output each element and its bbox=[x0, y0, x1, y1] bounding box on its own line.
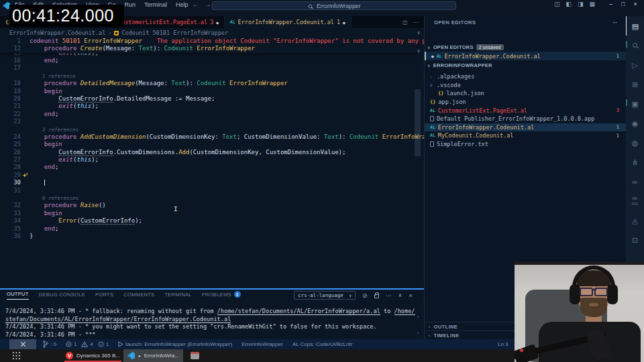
code-editor[interactable]: 1codeunit 50101 ErrorInfoWrapper The app… bbox=[0, 38, 424, 288]
back-arrow-icon[interactable]: ← bbox=[193, 1, 199, 8]
code-line[interactable]: 32 procedure Raise() bbox=[0, 202, 416, 209]
tree-item-errorinfowrapper-codeunit-al[interactable]: ALErrorInfoWrapper.Codeunit.al1 bbox=[425, 123, 626, 132]
minimize-button[interactable]: – bbox=[609, 1, 612, 7]
split-editor-icon[interactable]: ◫ bbox=[402, 19, 408, 25]
customize-layout-icon[interactable]: ▦ bbox=[590, 1, 596, 7]
more-actions-icon[interactable]: ⋯ bbox=[612, 19, 618, 25]
chevron-down-icon[interactable]: ∨ bbox=[417, 30, 420, 36]
menu-run[interactable]: Run bbox=[124, 0, 136, 11]
code-line[interactable]: 21 exit(this); bbox=[0, 103, 416, 110]
branch-status[interactable]: : 0 bbox=[43, 341, 56, 348]
fke-extension-icon[interactable]: ∞FKE bbox=[626, 191, 644, 210]
code-line[interactable]: 25 begin bbox=[0, 141, 416, 148]
test-explorer-icon[interactable]: ◬ bbox=[626, 210, 644, 230]
remote-indicator[interactable] bbox=[9, 339, 36, 349]
code-line[interactable]: 26 CustomErrorInfo.CustomDimensions.Add(… bbox=[0, 149, 416, 156]
taskbar-item-file-manager[interactable] bbox=[186, 349, 203, 362]
breadcrumb[interactable]: ErrorInfoWrapper.Codeunit.al › Codeunit … bbox=[0, 28, 424, 38]
code-line[interactable]: 33 begin bbox=[0, 210, 416, 217]
more-actions-icon[interactable]: ⋯ bbox=[386, 292, 392, 299]
tree-item-default-publisher-errorinfowrapper-1-0-0-0-app[interactable]: Default Publisher_ErrorInfoWrapper_1.0.0… bbox=[425, 115, 626, 123]
tree-item--vscode[interactable]: ∨.vscode bbox=[425, 81, 626, 90]
more-actions-icon[interactable]: ⋯ bbox=[413, 19, 419, 25]
menu-help[interactable]: Help bbox=[176, 0, 189, 11]
command-center-search[interactable]: ErrorInfoWrapper bbox=[212, 1, 456, 10]
output-channel-dropdown[interactable]: crs-al-language ∨ bbox=[294, 291, 356, 300]
code-line[interactable]: 18 procedure DetailedMessage(Message: Te… bbox=[0, 80, 416, 87]
maximize-button[interactable]: □ bbox=[621, 1, 625, 7]
explorer-icon[interactable]: ▤ bbox=[626, 16, 644, 36]
tree-item-mycodeunit-codeunit-al[interactable]: ALMyCodeunit.Codeunit.al1 bbox=[425, 131, 626, 140]
code-line[interactable]: 36} bbox=[0, 233, 416, 240]
code-line[interactable]: 1codeunit 50101 ErrorInfoWrapper The app… bbox=[0, 38, 416, 45]
panel-tab-terminal[interactable]: TERMINAL bbox=[164, 291, 191, 300]
tree-item-simpleerror-txt[interactable]: SimpleError.txt bbox=[425, 140, 626, 149]
code-line[interactable]: 34 Error(CustomErrorInfo); bbox=[0, 217, 416, 225]
panel-tab-problems[interactable]: PROBLEMS6 bbox=[202, 291, 241, 300]
app-launcher-icon[interactable] bbox=[12, 351, 21, 360]
file-path-link[interactable]: /home/ bbox=[394, 308, 415, 315]
code-line[interactable]: 19 begin bbox=[0, 88, 416, 95]
tree-item-customerlistext-pageext-al[interactable]: ALCustomerListExt.PageExt.al3 bbox=[425, 106, 626, 115]
panel-tab-ports[interactable]: PORTS bbox=[95, 291, 113, 300]
forward-arrow-icon[interactable]: → bbox=[205, 1, 211, 8]
problems-status[interactable]: 1 4 1 bbox=[66, 341, 109, 347]
tree-item--alpackages[interactable]: ›.alpackages bbox=[425, 72, 626, 81]
source-control-graph-icon[interactable]: ⋔ bbox=[626, 152, 644, 172]
close-panel-icon[interactable]: × bbox=[409, 292, 412, 299]
lock-scroll-icon[interactable] bbox=[374, 294, 379, 298]
breadcrumb-symbol[interactable]: Codeunit 50101 ErrorInfoWrapper bbox=[121, 29, 228, 36]
panel-tab-output[interactable]: OUTPUT bbox=[7, 291, 29, 300]
clear-output-icon[interactable]: ⊘ bbox=[362, 292, 368, 299]
remote-explorer-icon[interactable]: ▣ bbox=[626, 94, 644, 113]
code-line[interactable]: 29+⁺ bbox=[0, 172, 416, 179]
codelens-references[interactable]: 2 references bbox=[0, 126, 416, 133]
chat-icon[interactable]: ◍ bbox=[626, 133, 644, 152]
panel-tab-debug-console[interactable]: DEBUG CONSOLE bbox=[39, 291, 85, 300]
code-line[interactable]: 30 bbox=[0, 179, 416, 186]
breadcrumb-file[interactable]: ErrorInfoWrapper.Codeunit.al bbox=[9, 29, 105, 36]
sticky-chevron-down-icon[interactable]: ∨ bbox=[417, 48, 420, 54]
open-editors-header[interactable]: ∨ OPEN EDITORS 2 unsaved bbox=[425, 43, 626, 52]
launch-config[interactable]: launch: ErrorInfoWrapper (ErrorInfoWrapp… bbox=[118, 341, 232, 347]
code-line[interactable]: 23 bbox=[0, 118, 416, 125]
code-line[interactable]: 17 bbox=[0, 64, 416, 72]
toggle-sidebar-right-icon[interactable]: ◨ bbox=[578, 1, 584, 7]
toggle-panel-bottom-icon[interactable]: ◧ bbox=[566, 1, 572, 7]
workspace-header[interactable]: ∨ ERRORINFOWRAPPER bbox=[425, 61, 626, 70]
codelens-references[interactable]: 0 references bbox=[0, 194, 416, 202]
toggle-panel-left-icon[interactable]: ◫ bbox=[554, 1, 560, 7]
panel-tab-comments[interactable]: COMMENTS bbox=[123, 291, 154, 300]
close-button[interactable]: × bbox=[633, 1, 637, 7]
cursor-position[interactable]: Ln 3 bbox=[498, 339, 508, 349]
code-line[interactable]: 20 CustomErrorInfo.DetailedMessage := Me… bbox=[0, 95, 416, 103]
tree-item-launch-json[interactable]: {}launch.json bbox=[425, 89, 626, 98]
maximize-panel-icon[interactable]: ∧ bbox=[398, 292, 402, 298]
extensions-icon[interactable]: ⊞ bbox=[626, 74, 644, 94]
code-line[interactable]: 22 end; bbox=[0, 111, 416, 118]
github-icon[interactable]: ◉ bbox=[626, 113, 644, 133]
workspace-status[interactable]: ErrorInfoWrapper bbox=[241, 341, 283, 347]
code-line[interactable]: 31 bbox=[0, 187, 416, 194]
file-path-link[interactable]: stefan/Documents/AL/ErrorInfoWrapper/Err… bbox=[5, 316, 231, 323]
code-line[interactable]: 28 end; bbox=[0, 164, 416, 171]
taskbar-item-vivaldi[interactable]: V Dynamics 365 B... bbox=[62, 349, 124, 362]
code-line[interactable]: 27 exit(this); bbox=[0, 156, 416, 164]
editor-tab[interactable]: ALErrorInfoWrapper.Codeunit.al1● bbox=[225, 16, 352, 28]
run-debug-icon[interactable]: ▷ bbox=[626, 55, 644, 74]
editor-scrollbar[interactable] bbox=[415, 89, 421, 156]
file-path-link[interactable]: /home/stefan/Documents/AL/ErrorInfoWrapp… bbox=[217, 308, 380, 315]
project-explorer-icon[interactable]: ⊡ bbox=[626, 230, 644, 249]
code-line[interactable]: 24 procedure AddCustomDimension(CustomDi… bbox=[0, 133, 416, 141]
code-line[interactable]: 16 end; bbox=[0, 57, 416, 64]
open-editor-item[interactable]: ●ALErrorInfoWrapper.Codeunit.al1 bbox=[425, 52, 626, 60]
al-extension-icon[interactable]: ∞ bbox=[626, 172, 644, 191]
search-icon[interactable] bbox=[626, 36, 644, 55]
tree-item-app-json[interactable]: {}app.json bbox=[425, 98, 626, 107]
code-line[interactable]: 12 procedure Create(Message: Text): Code… bbox=[0, 45, 416, 52]
alcops-status[interactable]: AL Cops: Code/UI/BcLntr bbox=[292, 341, 353, 347]
codelens-references[interactable]: 1 reference bbox=[0, 72, 416, 80]
menu-terminal[interactable]: Terminal bbox=[144, 0, 167, 11]
code-line[interactable]: 35 end; bbox=[0, 225, 416, 233]
taskbar-item-vscode[interactable]: ● ErrorInfoWra... bbox=[123, 349, 183, 362]
